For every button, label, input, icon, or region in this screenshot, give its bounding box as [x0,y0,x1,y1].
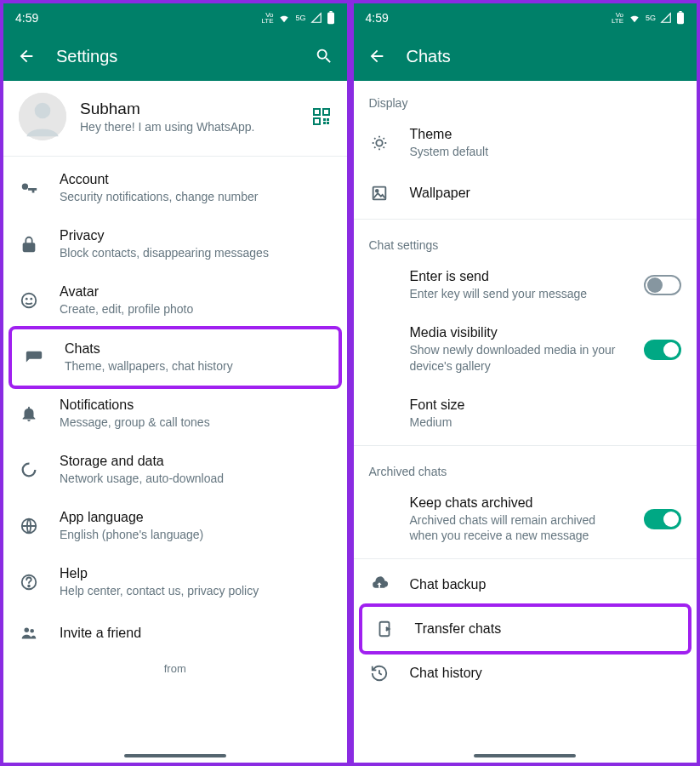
toggle-enter-send[interactable] [644,275,681,295]
svg-point-17 [28,586,30,587]
svg-rect-4 [314,109,320,115]
section-chatsettings: Chat settings [354,223,697,257]
settings-item-account[interactable]: AccountSecurity notifications, change nu… [3,160,347,216]
settings-item-language[interactable]: App languageEnglish (phone's language) [3,498,347,554]
settings-item-notifications[interactable]: NotificationsMessage, group & call tones [3,386,347,442]
chats-item-enter-send[interactable]: Enter is sendEnter key will send your me… [354,257,697,313]
battery-icon [327,11,335,25]
svg-rect-10 [327,118,329,121]
settings-item-invite[interactable]: Invite a friend [3,611,347,655]
bell-icon [19,403,39,424]
back-icon[interactable] [367,47,386,66]
appbar-title: Settings [56,47,294,66]
settings-content[interactable]: Subham Hey there! I am using WhatsApp. A… [3,81,347,763]
settings-item-chats[interactable]: ChatsTheme, wallpapers, chat history [9,326,342,389]
statusbar-icons: VoLTE 5G [612,11,685,25]
avatar [19,93,66,140]
navbar-handle[interactable] [124,754,226,757]
chats-item-theme[interactable]: ThemeSystem default [354,115,697,171]
svg-point-19 [30,628,34,632]
statusbar: 4:59 VoLTE 5G [354,3,697,31]
svg-point-18 [25,627,30,632]
globe-icon [19,516,39,536]
qr-icon[interactable] [311,106,332,127]
chats-item-history[interactable]: Chat history [354,651,697,695]
svg-rect-20 [677,12,684,24]
divider [354,219,697,220]
network-label: 5G [646,14,656,22]
chats-item-backup[interactable]: Chat backup [354,563,697,607]
back-icon[interactable] [17,47,36,66]
chats-item-transfer[interactable]: Transfer chats [359,603,692,655]
settings-item-help[interactable]: HelpHelp center, contact us, privacy pol… [3,554,347,610]
volte-icon: VoLTE [261,12,273,24]
svg-point-24 [375,190,378,192]
svg-point-11 [22,294,37,308]
profile-text: Subham Hey there! I am using WhatsApp. [80,100,298,134]
statusbar: 4:59 VoLTE 5G [3,3,347,31]
divider [354,558,697,559]
appbar: Chats [354,31,697,81]
svg-rect-8 [327,122,329,124]
settings-item-storage[interactable]: Storage and dataNetwork usage, auto-down… [3,442,347,498]
signal-icon [659,12,673,24]
people-icon [19,623,39,643]
from-label: from [3,655,347,675]
lock-icon [19,234,39,254]
profile-status: Hey there! I am using WhatsApp. [80,120,298,134]
svg-point-14 [23,464,36,477]
transfer-icon [374,619,395,639]
svg-rect-6 [314,118,320,124]
divider [354,445,697,446]
svg-point-12 [26,298,28,300]
statusbar-time: 4:59 [366,11,389,25]
chats-item-media-visibility[interactable]: Media visibilityShow newly downloaded me… [354,313,697,385]
divider [3,156,347,157]
section-display: Display [354,81,697,115]
svg-rect-7 [323,118,326,121]
chat-icon [24,347,44,368]
settings-item-privacy[interactable]: PrivacyBlock contacts, disappearing mess… [3,216,347,272]
volte-icon: VoLTE [612,12,623,24]
section-archived: Archived chats [354,449,697,483]
svg-point-13 [30,298,32,300]
chats-content[interactable]: Display ThemeSystem default Wallpaper Ch… [354,81,697,763]
history-icon [369,663,390,683]
chats-item-keep-archived[interactable]: Keep chats archivedArchived chats will r… [354,483,697,555]
appbar-title: Chats [407,47,684,66]
phone-settings: 4:59 VoLTE 5G Settings Subham Hey there!… [3,3,347,763]
face-icon [19,290,39,311]
battery-icon [676,11,685,25]
settings-item-avatar[interactable]: AvatarCreate, edit, profile photo [3,272,347,329]
toggle-keep-archived[interactable] [644,509,681,529]
wallpaper-icon [369,183,390,203]
svg-rect-21 [679,11,681,13]
navbar-handle[interactable] [474,754,576,757]
wifi-icon [627,12,642,24]
theme-icon [369,133,390,153]
statusbar-icons: VoLTE 5G [261,11,334,25]
data-usage-icon [19,460,39,480]
appbar: Settings [3,31,347,81]
profile-row[interactable]: Subham Hey there! I am using WhatsApp. [3,81,347,152]
svg-rect-1 [329,11,332,13]
profile-name: Subham [80,100,298,118]
network-label: 5G [295,14,305,22]
svg-point-22 [376,140,382,146]
svg-point-3 [35,103,51,119]
help-icon [19,572,39,592]
svg-rect-0 [327,12,334,24]
chats-item-wallpaper[interactable]: Wallpaper [354,171,697,215]
toggle-media-visibility[interactable] [644,340,681,360]
svg-rect-5 [323,109,329,115]
svg-rect-9 [323,122,326,124]
phone-chats: 4:59 VoLTE 5G Chats Display ThemeSystem … [354,3,697,763]
chats-item-font-size[interactable]: Font sizeMedium [354,386,697,442]
signal-icon [310,12,323,24]
key-icon [19,178,39,198]
cloud-upload-icon [369,574,390,595]
search-icon[interactable] [315,47,333,66]
statusbar-time: 4:59 [15,11,38,25]
wifi-icon [276,12,292,24]
